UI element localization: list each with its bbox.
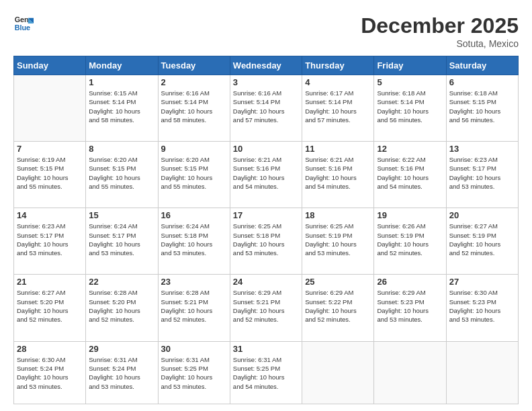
day-number: 5 <box>377 77 443 87</box>
header-cell-thursday: Thursday <box>302 56 374 75</box>
calendar-cell: 25Sunrise: 6:29 AMSunset: 5:22 PMDayligh… <box>302 275 374 341</box>
calendar-cell: 16Sunrise: 6:24 AMSunset: 5:18 PMDayligh… <box>158 208 230 275</box>
day-number: 10 <box>233 144 299 154</box>
cell-info: Sunrise: 6:31 AMSunset: 5:25 PMDaylight:… <box>233 355 299 391</box>
cell-info: Sunrise: 6:24 AMSunset: 5:17 PMDaylight:… <box>89 222 154 257</box>
calendar-cell: 15Sunrise: 6:24 AMSunset: 5:17 PMDayligh… <box>86 208 158 275</box>
day-number: 27 <box>449 277 515 287</box>
cell-info: Sunrise: 6:29 AMSunset: 5:22 PMDaylight:… <box>305 288 371 324</box>
day-number: 6 <box>449 77 515 87</box>
day-number: 8 <box>89 144 154 154</box>
day-number: 31 <box>233 344 299 354</box>
calendar-cell: 3Sunrise: 6:16 AMSunset: 5:14 PMDaylight… <box>230 75 302 142</box>
header-row: SundayMondayTuesdayWednesdayThursdayFrid… <box>14 56 519 75</box>
cell-info: Sunrise: 6:20 AMSunset: 5:15 PMDaylight:… <box>161 155 227 191</box>
day-number: 26 <box>377 277 443 287</box>
header-cell-saturday: Saturday <box>446 56 518 75</box>
calendar-cell: 26Sunrise: 6:29 AMSunset: 5:23 PMDayligh… <box>374 275 446 341</box>
calendar-cell: 21Sunrise: 6:27 AMSunset: 5:20 PMDayligh… <box>14 275 86 341</box>
day-number: 7 <box>17 144 83 154</box>
day-number: 4 <box>305 77 371 87</box>
cell-info: Sunrise: 6:28 AMSunset: 5:21 PMDaylight:… <box>161 288 227 324</box>
day-number: 2 <box>161 77 227 87</box>
calendar-cell: 5Sunrise: 6:18 AMSunset: 5:14 PMDaylight… <box>374 75 446 142</box>
month-title: December 2025 <box>361 13 519 38</box>
cell-info: Sunrise: 6:19 AMSunset: 5:15 PMDaylight:… <box>17 155 83 191</box>
calendar-cell: 2Sunrise: 6:16 AMSunset: 5:14 PMDaylight… <box>158 75 230 142</box>
day-number: 19 <box>377 210 443 220</box>
calendar-cell <box>14 75 86 142</box>
cell-info: Sunrise: 6:21 AMSunset: 5:16 PMDaylight:… <box>305 155 371 191</box>
cell-info: Sunrise: 6:22 AMSunset: 5:16 PMDaylight:… <box>377 155 443 191</box>
day-number: 28 <box>17 344 83 354</box>
header-cell-tuesday: Tuesday <box>158 56 230 75</box>
day-number: 16 <box>161 210 227 220</box>
header: General Blue December 2025 Sotuta, Mexic… <box>13 13 519 49</box>
day-number: 11 <box>305 144 371 154</box>
cell-info: Sunrise: 6:28 AMSunset: 5:20 PMDaylight:… <box>89 288 154 324</box>
calendar-cell <box>302 341 374 404</box>
cell-info: Sunrise: 6:24 AMSunset: 5:18 PMDaylight:… <box>161 222 227 257</box>
cell-info: Sunrise: 6:16 AMSunset: 5:14 PMDaylight:… <box>233 89 299 124</box>
cell-info: Sunrise: 6:27 AMSunset: 5:19 PMDaylight:… <box>449 222 515 257</box>
subtitle: Sotuta, Mexico <box>361 38 519 49</box>
cell-info: Sunrise: 6:15 AMSunset: 5:14 PMDaylight:… <box>89 89 154 124</box>
cell-info: Sunrise: 6:29 AMSunset: 5:23 PMDaylight:… <box>377 288 443 324</box>
calendar-cell: 14Sunrise: 6:23 AMSunset: 5:17 PMDayligh… <box>14 208 86 275</box>
page: General Blue December 2025 Sotuta, Mexic… <box>0 0 532 411</box>
day-number: 3 <box>233 77 299 87</box>
calendar-table: SundayMondayTuesdayWednesdayThursdayFrid… <box>13 56 519 404</box>
week-row-0: 1Sunrise: 6:15 AMSunset: 5:14 PMDaylight… <box>14 75 519 142</box>
calendar-cell: 17Sunrise: 6:25 AMSunset: 5:18 PMDayligh… <box>230 208 302 275</box>
cell-info: Sunrise: 6:27 AMSunset: 5:20 PMDaylight:… <box>17 288 83 324</box>
calendar-cell: 10Sunrise: 6:21 AMSunset: 5:16 PMDayligh… <box>230 142 302 208</box>
day-number: 23 <box>161 277 227 287</box>
calendar-cell: 6Sunrise: 6:18 AMSunset: 5:15 PMDaylight… <box>446 75 518 142</box>
cell-info: Sunrise: 6:31 AMSunset: 5:25 PMDaylight:… <box>161 355 227 391</box>
cell-info: Sunrise: 6:21 AMSunset: 5:16 PMDaylight:… <box>233 155 299 191</box>
cell-info: Sunrise: 6:23 AMSunset: 5:17 PMDaylight:… <box>449 155 515 191</box>
header-cell-wednesday: Wednesday <box>230 56 302 75</box>
cell-info: Sunrise: 6:30 AMSunset: 5:23 PMDaylight:… <box>449 288 515 324</box>
cell-info: Sunrise: 6:30 AMSunset: 5:24 PMDaylight:… <box>17 355 83 391</box>
day-number: 18 <box>305 210 371 220</box>
calendar-cell: 18Sunrise: 6:25 AMSunset: 5:19 PMDayligh… <box>302 208 374 275</box>
day-number: 20 <box>449 210 515 220</box>
week-row-3: 21Sunrise: 6:27 AMSunset: 5:20 PMDayligh… <box>14 275 519 341</box>
svg-text:Blue: Blue <box>15 24 30 32</box>
cell-info: Sunrise: 6:20 AMSunset: 5:15 PMDaylight:… <box>89 155 154 191</box>
day-number: 25 <box>305 277 371 287</box>
logo-icon: General Blue <box>13 13 34 34</box>
calendar-cell <box>446 341 518 404</box>
calendar-cell: 4Sunrise: 6:17 AMSunset: 5:14 PMDaylight… <box>302 75 374 142</box>
day-number: 17 <box>233 210 299 220</box>
calendar-cell: 19Sunrise: 6:26 AMSunset: 5:19 PMDayligh… <box>374 208 446 275</box>
week-row-4: 28Sunrise: 6:30 AMSunset: 5:24 PMDayligh… <box>14 341 519 404</box>
cell-info: Sunrise: 6:18 AMSunset: 5:15 PMDaylight:… <box>449 89 515 124</box>
day-number: 13 <box>449 144 515 154</box>
calendar-cell: 12Sunrise: 6:22 AMSunset: 5:16 PMDayligh… <box>374 142 446 208</box>
day-number: 12 <box>377 144 443 154</box>
week-row-2: 14Sunrise: 6:23 AMSunset: 5:17 PMDayligh… <box>14 208 519 275</box>
calendar-cell: 30Sunrise: 6:31 AMSunset: 5:25 PMDayligh… <box>158 341 230 404</box>
cell-info: Sunrise: 6:17 AMSunset: 5:14 PMDaylight:… <box>305 89 371 124</box>
calendar-cell: 13Sunrise: 6:23 AMSunset: 5:17 PMDayligh… <box>446 142 518 208</box>
day-number: 24 <box>233 277 299 287</box>
title-block: December 2025 Sotuta, Mexico <box>361 13 519 49</box>
day-number: 9 <box>161 144 227 154</box>
calendar-cell: 24Sunrise: 6:29 AMSunset: 5:21 PMDayligh… <box>230 275 302 341</box>
week-row-1: 7Sunrise: 6:19 AMSunset: 5:15 PMDaylight… <box>14 142 519 208</box>
cell-info: Sunrise: 6:29 AMSunset: 5:21 PMDaylight:… <box>233 288 299 324</box>
day-number: 22 <box>89 277 154 287</box>
cell-info: Sunrise: 6:18 AMSunset: 5:14 PMDaylight:… <box>377 89 443 124</box>
day-number: 1 <box>89 77 154 87</box>
cell-info: Sunrise: 6:25 AMSunset: 5:19 PMDaylight:… <box>305 222 371 257</box>
day-number: 14 <box>17 210 83 220</box>
calendar-cell: 11Sunrise: 6:21 AMSunset: 5:16 PMDayligh… <box>302 142 374 208</box>
header-cell-monday: Monday <box>86 56 158 75</box>
calendar-cell: 20Sunrise: 6:27 AMSunset: 5:19 PMDayligh… <box>446 208 518 275</box>
calendar-cell: 7Sunrise: 6:19 AMSunset: 5:15 PMDaylight… <box>14 142 86 208</box>
calendar-cell: 28Sunrise: 6:30 AMSunset: 5:24 PMDayligh… <box>14 341 86 404</box>
logo: General Blue <box>13 13 34 34</box>
day-number: 29 <box>89 344 154 354</box>
